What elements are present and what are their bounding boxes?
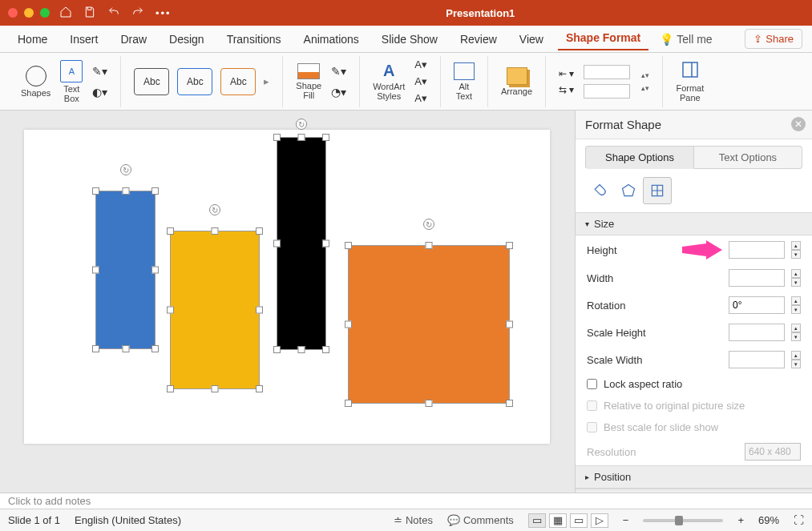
- tab-animations[interactable]: Animations: [296, 30, 367, 49]
- shape-rect-blue[interactable]: [96, 191, 155, 348]
- tab-design[interactable]: Design: [161, 30, 212, 49]
- alt-text-button[interactable]: Alt Text: [449, 62, 479, 101]
- text-options-tab[interactable]: Text Options: [694, 146, 802, 169]
- rotation-handle[interactable]: [423, 219, 434, 230]
- shape-outline-button[interactable]: ✎▾: [331, 65, 346, 78]
- height-stepper[interactable]: ▴▾: [641, 71, 649, 79]
- tab-review[interactable]: Review: [452, 30, 505, 49]
- document-title: Presentation1: [172, 7, 790, 19]
- tab-shape-format[interactable]: Shape Format: [558, 28, 648, 50]
- save-icon[interactable]: [83, 6, 96, 21]
- tab-view[interactable]: View: [511, 30, 551, 49]
- edit-shape-icon[interactable]: ✎▾: [92, 65, 107, 78]
- close-pane-button[interactable]: ✕: [791, 117, 806, 131]
- wordart-styles-button[interactable]: A WordArt Styles: [368, 62, 410, 101]
- width-up[interactable]: ▴: [791, 269, 801, 278]
- redo-icon[interactable]: [131, 6, 144, 21]
- shape-fill-button[interactable]: Shape Fill: [291, 63, 326, 100]
- align-button[interactable]: ⇤ ▾: [559, 68, 574, 79]
- normal-view-button[interactable]: ▭: [528, 513, 546, 528]
- textbox-section-header[interactable]: ▸Text Box: [576, 489, 812, 493]
- close-window-button[interactable]: [8, 8, 18, 18]
- notes-pane[interactable]: Click to add notes: [0, 493, 812, 509]
- rotation-down[interactable]: ▾: [791, 305, 801, 314]
- language-indicator[interactable]: English (United States): [75, 514, 181, 526]
- tab-insert[interactable]: Insert: [62, 30, 106, 49]
- tab-home[interactable]: Home: [10, 30, 55, 49]
- rotation-handle[interactable]: [296, 119, 307, 130]
- slide[interactable]: [24, 130, 550, 444]
- style-preset-2[interactable]: Abc: [177, 68, 212, 95]
- notes-toggle[interactable]: ≐Notes: [394, 514, 433, 526]
- style-preset-1[interactable]: Abc: [134, 68, 169, 95]
- notes-icon: ≐: [394, 514, 402, 526]
- share-button[interactable]: ⇪ Share: [745, 29, 802, 49]
- tell-me-search[interactable]: 💡 Tell me: [660, 33, 712, 46]
- shape-options-tab[interactable]: Shape Options: [585, 146, 694, 169]
- tab-draw[interactable]: Draw: [112, 30, 155, 49]
- zoom-in-button[interactable]: +: [737, 514, 744, 526]
- scale-height-down[interactable]: ▾: [791, 332, 801, 341]
- svg-marker-6: [682, 240, 722, 259]
- sorter-view-button[interactable]: ▦: [549, 513, 567, 528]
- shape-effects-button[interactable]: ◔▾: [331, 86, 346, 99]
- comments-toggle[interactable]: 💬Comments: [447, 514, 514, 526]
- text-effects-button[interactable]: A▾: [414, 92, 427, 104]
- text-outline-button[interactable]: A▾: [414, 75, 427, 87]
- shape-rect-yellow[interactable]: [171, 231, 259, 388]
- tab-transitions[interactable]: Transitions: [219, 30, 289, 49]
- bucket-icon: [297, 63, 320, 79]
- home-icon[interactable]: [59, 6, 72, 21]
- slide-indicator[interactable]: Slide 1 of 1: [8, 514, 60, 526]
- style-preset-3[interactable]: Abc: [220, 68, 256, 95]
- minimize-window-button[interactable]: [24, 8, 34, 18]
- fill-line-tab-icon[interactable]: [585, 177, 614, 204]
- window-titlebar: ••• Presentation1: [0, 0, 812, 26]
- width-input[interactable]: [729, 269, 785, 287]
- scale-width-down[interactable]: ▾: [791, 360, 801, 368]
- scale-width-input[interactable]: [729, 351, 785, 368]
- scale-height-input[interactable]: [729, 324, 785, 341]
- format-pane-button[interactable]: Format Pane: [671, 60, 709, 103]
- shape-rect-black[interactable]: [277, 138, 325, 349]
- shape-rect-orange[interactable]: [349, 246, 509, 403]
- slide-canvas-area[interactable]: [0, 111, 575, 493]
- zoom-value[interactable]: 69%: [758, 514, 779, 526]
- zoom-out-button[interactable]: −: [623, 514, 629, 526]
- width-stepper[interactable]: ▴▾: [641, 84, 649, 92]
- more-icon[interactable]: •••: [156, 7, 172, 19]
- rotation-handle[interactable]: [209, 204, 220, 215]
- scale-height-up[interactable]: ▴: [791, 324, 801, 332]
- scale-width-up[interactable]: ▴: [791, 351, 801, 360]
- text-box-button[interactable]: A Text Box: [55, 60, 87, 103]
- height-quick-input[interactable]: [584, 65, 630, 79]
- size-properties-tab-icon[interactable]: [643, 177, 672, 204]
- reading-view-button[interactable]: ▭: [570, 513, 588, 528]
- slideshow-view-button[interactable]: ▷: [591, 513, 608, 528]
- style-gallery-more[interactable]: ▸: [264, 75, 269, 87]
- height-input[interactable]: [729, 241, 785, 259]
- arrange-button[interactable]: Arrange: [496, 67, 537, 96]
- fit-to-window-button[interactable]: ⛶: [794, 514, 804, 526]
- height-up[interactable]: ▴: [791, 241, 801, 250]
- merge-shapes-icon[interactable]: ◐▾: [92, 86, 107, 99]
- effects-tab-icon[interactable]: [614, 177, 643, 204]
- text-fill-button[interactable]: A▾: [414, 58, 427, 70]
- width-down[interactable]: ▾: [791, 278, 801, 287]
- tab-slideshow[interactable]: Slide Show: [374, 30, 446, 49]
- lock-aspect-checkbox[interactable]: Lock aspect ratio: [587, 378, 682, 390]
- size-section-header[interactable]: ▾Size: [576, 212, 812, 235]
- fullscreen-window-button[interactable]: [40, 8, 50, 18]
- resolution-label: Resolution: [587, 446, 738, 458]
- undo-icon[interactable]: [107, 6, 120, 21]
- position-section-header[interactable]: ▸Position: [576, 465, 812, 489]
- width-quick-input[interactable]: [584, 84, 630, 99]
- height-down[interactable]: ▾: [791, 250, 801, 259]
- rotation-handle[interactable]: [120, 164, 131, 175]
- shapes-label: Shapes: [21, 88, 50, 98]
- zoom-slider[interactable]: [643, 519, 723, 522]
- rotation-up[interactable]: ▴: [791, 296, 801, 305]
- rotation-input[interactable]: [729, 296, 785, 314]
- size-button[interactable]: ⇆ ▾: [559, 84, 574, 95]
- shapes-gallery-button[interactable]: Shapes: [16, 66, 55, 98]
